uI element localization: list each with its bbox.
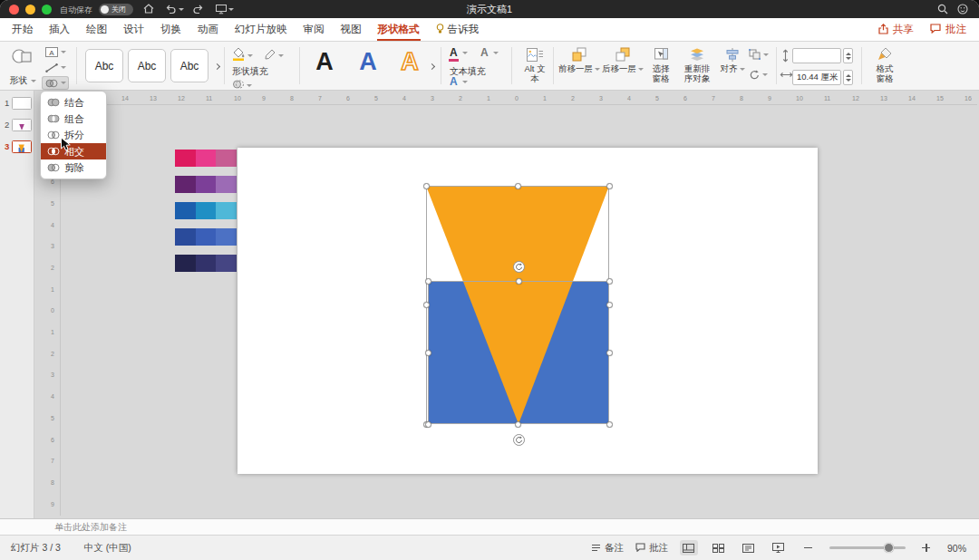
- shape-style-1[interactable]: Abc: [85, 49, 123, 82]
- tab-动画[interactable]: 动画: [189, 18, 227, 41]
- comments-toggle[interactable]: 批注: [635, 542, 668, 555]
- feedback-smiley-icon[interactable]: [957, 4, 968, 14]
- notes-pane[interactable]: 单击此处添加备注: [0, 518, 979, 535]
- selection-pane-button[interactable]: 选择窗格: [647, 45, 674, 83]
- text-fill-button[interactable]: A: [450, 48, 468, 58]
- zoom-slider[interactable]: [829, 546, 906, 549]
- tab-设计[interactable]: 设计: [115, 18, 152, 41]
- notes-toggle[interactable]: 备注: [591, 542, 624, 555]
- send-backward-button[interactable]: 后移一层: [602, 45, 644, 74]
- style-gallery-more[interactable]: [211, 60, 222, 72]
- view-sorter-button[interactable]: [710, 540, 728, 555]
- shape-width-input[interactable]: 10.44 厘米: [792, 70, 841, 85]
- insert-shape-button[interactable]: [7, 44, 36, 72]
- tab-形状格式[interactable]: 形状格式: [370, 18, 428, 41]
- selection-handle[interactable]: [606, 421, 613, 428]
- menu-item-相交[interactable]: 相交: [41, 143, 106, 159]
- ruler-horizontal[interactable]: 1615141312111098765432101234567891011121…: [62, 93, 977, 105]
- selection-handle[interactable]: [606, 183, 613, 189]
- text-outline-button[interactable]: A: [480, 48, 499, 58]
- close-button[interactable]: [9, 5, 19, 14]
- view-reading-button[interactable]: [740, 540, 758, 555]
- wordart-style-1[interactable]: A: [306, 46, 343, 77]
- zoom-out-button[interactable]: [800, 540, 818, 555]
- tab-幻灯片放映[interactable]: 幻灯片放映: [227, 18, 296, 41]
- bring-forward-button[interactable]: 前移一层: [558, 45, 600, 74]
- slide-item-3[interactable]: 3: [0, 140, 34, 156]
- shape-fill-button[interactable]: [232, 47, 253, 64]
- tab-视图[interactable]: 视图: [333, 18, 370, 41]
- menu-item-拆分[interactable]: 拆分: [41, 127, 106, 143]
- menu-item-组合[interactable]: 组合: [41, 111, 106, 127]
- search-icon[interactable]: [937, 4, 948, 14]
- palette-strip-2[interactable]: [175, 176, 237, 193]
- tab-label: 设计: [123, 23, 144, 36]
- zoom-in-button[interactable]: [917, 540, 935, 555]
- tab-绘图[interactable]: 绘图: [78, 18, 115, 41]
- wordart-style-3[interactable]: A: [392, 46, 428, 77]
- zoom-level[interactable]: 90%: [947, 543, 966, 554]
- palette-strip-3[interactable]: [175, 202, 237, 219]
- caret-down-icon: [228, 8, 234, 11]
- merge-shapes-button[interactable]: [42, 76, 69, 90]
- slide-canvas[interactable]: [237, 148, 818, 474]
- wordart-gallery-more[interactable]: [426, 60, 437, 72]
- minimize-button[interactable]: [25, 5, 35, 14]
- align-button[interactable]: 对齐: [718, 45, 747, 74]
- shape-outline-button[interactable]: [265, 47, 284, 63]
- width-stepper[interactable]: [843, 70, 853, 85]
- zoom-slider-knob[interactable]: [884, 543, 894, 553]
- selection-handle[interactable]: [606, 278, 613, 285]
- wordart-style-2[interactable]: A: [350, 46, 386, 77]
- alt-text-button[interactable]: Alt 文本: [519, 45, 551, 83]
- rotate-handle[interactable]: [513, 261, 525, 273]
- tab-插入[interactable]: 插入: [41, 18, 78, 41]
- format-pane-button[interactable]: 格式窗格: [867, 45, 903, 83]
- selection-handle[interactable]: [425, 421, 431, 428]
- group-divider: [511, 47, 512, 84]
- text-box-button[interactable]: A: [42, 45, 69, 59]
- home-icon[interactable]: [143, 4, 154, 14]
- selection-handle[interactable]: [606, 350, 613, 356]
- rotate-objects-button[interactable]: [747, 68, 771, 82]
- language-indicator[interactable]: 中文 (中国): [84, 542, 131, 555]
- fullscreen-button[interactable]: [42, 5, 52, 14]
- group-objects-button[interactable]: [747, 48, 771, 62]
- tab-审阅[interactable]: 审阅: [296, 18, 333, 41]
- palette-strip-5[interactable]: [175, 255, 237, 272]
- palette-strip-1[interactable]: [175, 150, 237, 167]
- shape-style-2[interactable]: Abc: [128, 49, 166, 82]
- selection-handle[interactable]: [423, 183, 430, 189]
- selection-handle[interactable]: [516, 278, 522, 285]
- palette-strip-4[interactable]: [175, 228, 237, 246]
- selection-handle[interactable]: [425, 350, 431, 356]
- rotate-handle[interactable]: [513, 434, 525, 446]
- tab-告诉我[interactable]: 告诉我: [428, 18, 488, 41]
- share-button[interactable]: 共享: [878, 23, 914, 36]
- shape-effects-button[interactable]: [232, 77, 252, 93]
- undo-button[interactable]: [165, 4, 184, 14]
- view-slideshow-button[interactable]: [770, 540, 788, 555]
- text-effects-button[interactable]: A: [450, 77, 468, 87]
- redo-button[interactable]: [192, 4, 204, 14]
- slide-item-2[interactable]: 2: [0, 118, 34, 134]
- selection-handle[interactable]: [515, 421, 521, 428]
- presentation-icon[interactable]: [216, 4, 234, 14]
- autosave-toggle[interactable]: 关闭: [99, 4, 133, 15]
- shape-height-input[interactable]: [792, 48, 841, 63]
- tab-切换[interactable]: 切换: [152, 18, 189, 41]
- slide-item-1[interactable]: 1: [0, 96, 34, 112]
- view-normal-button[interactable]: [680, 540, 698, 555]
- selection-handle[interactable]: [606, 302, 613, 308]
- comments-button[interactable]: 批注: [930, 23, 966, 36]
- tab-开始[interactable]: 开始: [4, 18, 41, 41]
- selection-handle[interactable]: [515, 183, 521, 189]
- menu-item-剪除[interactable]: 剪除: [41, 159, 106, 176]
- shape-style-3[interactable]: Abc: [170, 49, 208, 82]
- draw-line-button[interactable]: [42, 61, 69, 74]
- reorder-objects-button[interactable]: 重新排序对象: [678, 45, 716, 83]
- selection-handle[interactable]: [423, 302, 430, 308]
- menu-item-结合[interactable]: 结合: [41, 94, 106, 111]
- selection-handle[interactable]: [425, 278, 431, 285]
- height-stepper[interactable]: [843, 48, 853, 63]
